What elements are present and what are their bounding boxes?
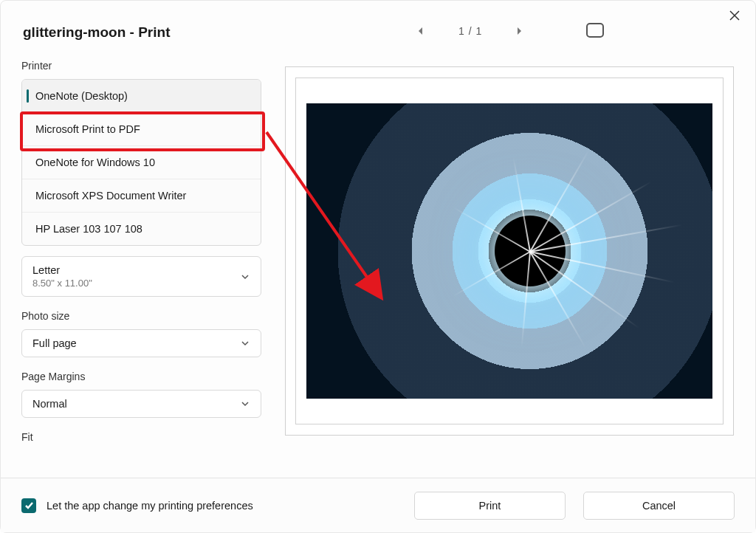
chevron-left-icon xyxy=(417,27,425,35)
chevron-right-icon xyxy=(515,27,523,35)
printer-label: Printer xyxy=(21,60,261,72)
page-total: 1 xyxy=(475,25,481,37)
paper-name: Letter xyxy=(32,264,92,276)
chevron-down-icon xyxy=(240,338,250,348)
settings-panel: Printer OneNote (Desktop) Microsoft Prin… xyxy=(21,60,261,450)
chevron-down-icon xyxy=(240,272,250,282)
page-margins-label: Page Margins xyxy=(21,371,261,382)
page-sep: / xyxy=(469,25,472,37)
close-button[interactable] xyxy=(727,8,742,23)
page-indicator: 1 / 1 xyxy=(458,25,481,37)
chevron-down-icon xyxy=(240,399,250,409)
fullscreen-button[interactable] xyxy=(586,23,604,38)
photo-size-label: Photo size xyxy=(21,310,261,322)
page-margins-selector[interactable]: Normal xyxy=(21,390,261,418)
printer-item-onenote-desktop[interactable]: OneNote (Desktop) xyxy=(22,80,261,113)
checkmark-icon xyxy=(24,501,34,510)
printer-name: Microsoft Print to PDF xyxy=(35,123,140,135)
print-dialog: glittering-moon - Print 1 / 1 Printer On… xyxy=(0,0,756,533)
next-page-button[interactable] xyxy=(512,24,526,38)
printer-item-onenote-win10[interactable]: OneNote for Windows 10 xyxy=(22,146,261,179)
page-current: 1 xyxy=(458,25,464,37)
cancel-button-label: Cancel xyxy=(642,500,676,512)
page-navigator: 1 / 1 xyxy=(414,24,526,38)
print-preview xyxy=(285,66,734,436)
fit-label: Fit xyxy=(21,431,261,443)
printer-name: Microsoft XPS Document Writer xyxy=(35,190,186,202)
page-margins-value: Normal xyxy=(32,398,67,410)
dialog-footer: Let the app change my printing preferenc… xyxy=(1,478,755,532)
prefs-checkbox-label: Let the app change my printing preferenc… xyxy=(47,500,253,512)
prefs-checkbox[interactable] xyxy=(21,498,36,513)
printer-item-print-to-pdf[interactable]: Microsoft Print to PDF xyxy=(22,113,261,146)
printer-name: HP Laser 103 107 108 xyxy=(35,223,142,235)
printer-item-hp-laser[interactable]: HP Laser 103 107 108 xyxy=(22,213,261,245)
printer-list: OneNote (Desktop) Microsoft Print to PDF… xyxy=(21,79,261,246)
paper-dims: 8.50" x 11.00" xyxy=(32,278,92,289)
print-button-label: Print xyxy=(479,500,501,512)
printer-name: OneNote for Windows 10 xyxy=(35,157,155,168)
print-button[interactable]: Print xyxy=(414,492,566,520)
dialog-title: glittering-moon - Print xyxy=(23,24,170,41)
photo-size-value: Full page xyxy=(32,337,77,349)
paper-size-selector[interactable]: Letter 8.50" x 11.00" xyxy=(21,256,261,297)
preview-image xyxy=(306,103,712,399)
prev-page-button[interactable] xyxy=(414,24,427,38)
preview-page xyxy=(295,78,724,424)
photo-size-selector[interactable]: Full page xyxy=(21,329,261,357)
close-icon xyxy=(729,10,740,21)
printer-name: OneNote (Desktop) xyxy=(35,90,128,102)
cancel-button[interactable]: Cancel xyxy=(583,492,735,520)
printer-item-xps-writer[interactable]: Microsoft XPS Document Writer xyxy=(22,179,261,213)
